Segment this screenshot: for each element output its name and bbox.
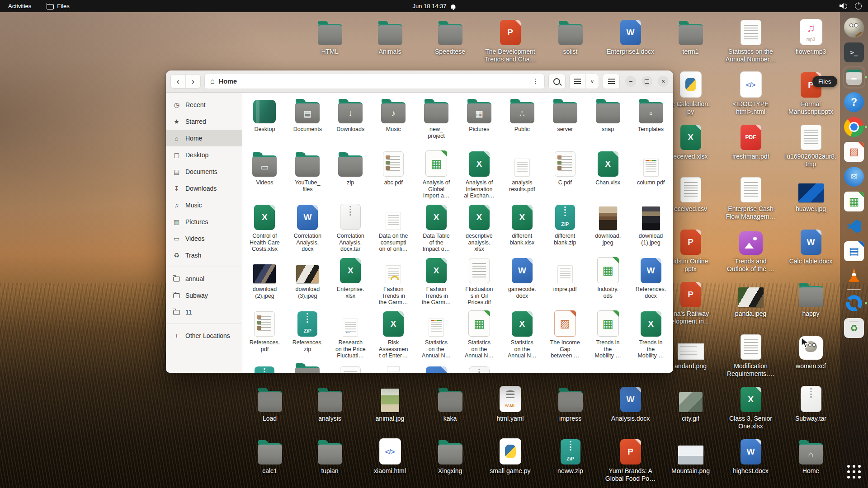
desktop-icon[interactable]: Load bbox=[240, 383, 300, 422]
file-item[interactable]: C.pdf bbox=[543, 150, 586, 204]
search-button[interactable] bbox=[548, 74, 566, 89]
sidebar-item[interactable]: ▭ Videos bbox=[166, 230, 242, 247]
view-options-button[interactable]: ∨ bbox=[585, 74, 599, 89]
desktop-icon[interactable]: Calc table.docx bbox=[781, 226, 841, 265]
system-status-area[interactable] bbox=[840, 3, 868, 9]
dock-item[interactable] bbox=[847, 289, 861, 290]
file-item[interactable]: impre.pdf bbox=[543, 257, 586, 310]
file-item[interactable]: Data on the consumpti on of onli… bbox=[372, 204, 415, 257]
file-item[interactable] bbox=[458, 366, 501, 373]
file-item[interactable]: Videos bbox=[243, 150, 286, 204]
file-item[interactable]: Enterprise. xlsx bbox=[329, 257, 372, 310]
file-item[interactable]: Downloads bbox=[329, 97, 372, 150]
kebab-menu-icon[interactable]: ⋮ bbox=[532, 77, 539, 85]
file-item[interactable] bbox=[415, 366, 458, 373]
file-item[interactable]: Risk Assessmen t of Enter… bbox=[372, 310, 415, 364]
file-item[interactable]: gamecode. docx bbox=[500, 257, 543, 310]
desktop-icon[interactable]: neww.zip bbox=[540, 436, 600, 475]
list-view-button[interactable] bbox=[570, 74, 585, 89]
desktop-icon[interactable]: Trends and Outlook of the … bbox=[721, 226, 781, 272]
sidebar-item[interactable]: ♻ Trash bbox=[166, 247, 242, 263]
file-item[interactable]: References. pdf bbox=[243, 310, 286, 364]
file-item[interactable] bbox=[286, 366, 329, 373]
file-item[interactable]: YouTube_ files bbox=[286, 150, 329, 204]
desktop-icon[interactable]: tupian bbox=[300, 436, 360, 475]
file-item[interactable]: Fashion Trends in the Garm… bbox=[415, 257, 458, 310]
file-item[interactable]: Industry. ods bbox=[586, 257, 629, 310]
desktop-icon[interactable]: small game.py bbox=[480, 436, 540, 475]
desktop-icon[interactable]: Animals bbox=[360, 16, 420, 56]
dock-item[interactable] bbox=[844, 142, 864, 162]
file-item[interactable]: download (2).jpeg bbox=[243, 257, 286, 310]
close-button[interactable]: × bbox=[658, 76, 669, 87]
dock-item[interactable] bbox=[844, 266, 864, 286]
desktop-icon[interactable]: city.gif bbox=[660, 383, 721, 422]
desktop-icon[interactable]: Analysis.docx bbox=[600, 383, 660, 422]
desktop-icon[interactable]: impress bbox=[540, 383, 600, 422]
file-item[interactable]: The Income Gap between … bbox=[543, 310, 586, 364]
desktop-icon[interactable]: Subway.tar bbox=[781, 383, 841, 422]
back-button[interactable]: ‹ bbox=[171, 75, 185, 88]
dock-item[interactable] bbox=[844, 216, 864, 236]
sidebar-item[interactable]: ♫ Music bbox=[166, 197, 242, 213]
file-item[interactable]: different blank.zip bbox=[543, 204, 586, 257]
dock-item[interactable] bbox=[844, 318, 864, 338]
dock-item[interactable] bbox=[844, 42, 864, 62]
file-item[interactable]: zip bbox=[329, 150, 372, 204]
desktop-icon[interactable]: Modification Requirements.… bbox=[721, 331, 781, 377]
file-item[interactable]: Desktop bbox=[243, 97, 286, 150]
view-toggle[interactable]: ∨ bbox=[569, 74, 599, 89]
file-item[interactable]: Documents bbox=[286, 97, 329, 150]
file-item[interactable]: Trends in the Mobility … bbox=[629, 310, 672, 364]
file-item[interactable]: download (3).jpeg bbox=[286, 257, 329, 310]
desktop-icon[interactable]: Xingxing bbox=[420, 436, 480, 475]
desktop-icon[interactable]: analysis bbox=[300, 383, 360, 422]
file-item[interactable]: Research on the Price Fluctuati… bbox=[329, 310, 372, 364]
file-item[interactable]: References. zip bbox=[286, 310, 329, 364]
file-item[interactable]: download (1).jpeg bbox=[629, 204, 672, 257]
file-item[interactable]: analysis results.pdf bbox=[500, 150, 543, 204]
dock-item[interactable] bbox=[844, 18, 864, 38]
desktop-icon[interactable]: calc1 bbox=[240, 436, 300, 475]
sidebar-item[interactable]: ▦ Pictures bbox=[166, 213, 242, 230]
desktop-icon[interactable]: Statistics on the Annual Number… bbox=[721, 16, 781, 63]
dock-item[interactable] bbox=[844, 67, 864, 87]
file-item[interactable]: References. docx bbox=[629, 257, 672, 310]
desktop-icon[interactable]: flower.mp3 bbox=[781, 16, 841, 56]
sidebar-item[interactable]: ⌂ Home bbox=[166, 130, 242, 146]
sidebar-item[interactable]: ★ Starred bbox=[166, 113, 242, 130]
file-item[interactable]: International E… bbox=[372, 366, 415, 373]
file-item[interactable]: snap bbox=[586, 97, 629, 150]
file-item[interactable]: new_ project bbox=[415, 97, 458, 150]
sidebar-item[interactable]: ↧ Downloads bbox=[166, 180, 242, 197]
file-item[interactable]: Statistics on the Annual N… bbox=[415, 310, 458, 364]
sidebar-bookmark[interactable]: 11 bbox=[166, 304, 242, 320]
desktop-icon[interactable]: <!DOCTYPE html>.html bbox=[721, 69, 781, 115]
sidebar-bookmark[interactable]: annual bbox=[166, 270, 242, 287]
desktop-icon[interactable]: term1 bbox=[660, 16, 721, 56]
desktop-icon[interactable]: animal.jpg bbox=[360, 383, 420, 422]
sidebar-bookmark[interactable]: Subway bbox=[166, 287, 242, 304]
desktop-icon[interactable]: lu169026082aur8. tmp bbox=[781, 121, 841, 168]
desktop-icon[interactable]: Enterprise1.docx bbox=[600, 16, 660, 56]
file-item[interactable]: Analysis of Global Import a… bbox=[415, 150, 458, 204]
activities-button[interactable]: Activities bbox=[8, 3, 31, 9]
file-item[interactable]: Fashion Trends in the Garm… bbox=[372, 257, 415, 310]
file-item[interactable]: Templates bbox=[629, 97, 672, 150]
file-item[interactable]: download. jpeg bbox=[586, 204, 629, 257]
desktop-icon[interactable]: html.yaml bbox=[480, 383, 540, 422]
minimize-button[interactable]: − bbox=[625, 76, 636, 87]
file-item[interactable]: Control of Health Care Costs.xlsx bbox=[243, 204, 286, 257]
file-item[interactable]: Correlation Analysis. docx bbox=[286, 204, 329, 257]
file-item[interactable]: Analysis of Internation al Exchan… bbox=[458, 150, 501, 204]
desktop-icon[interactable]: Class 3, Senior One.xlsx bbox=[721, 383, 781, 430]
desktop-icon[interactable]: panda.jpeg bbox=[721, 278, 781, 318]
path-bar[interactable]: ⌂ Home ⋮ bbox=[204, 74, 545, 89]
clock-menu[interactable]: Jun 18 14:37 bbox=[412, 3, 455, 9]
desktop-icon[interactable]: women.xcf bbox=[781, 331, 841, 370]
file-item[interactable]: Chan.xlsx bbox=[586, 150, 629, 204]
file-item[interactable]: Data Table of the Impact o… bbox=[415, 204, 458, 257]
desktop-icon[interactable]: solist bbox=[540, 16, 600, 56]
dock-item[interactable] bbox=[844, 192, 864, 211]
app-menu[interactable]: Files bbox=[47, 3, 69, 9]
